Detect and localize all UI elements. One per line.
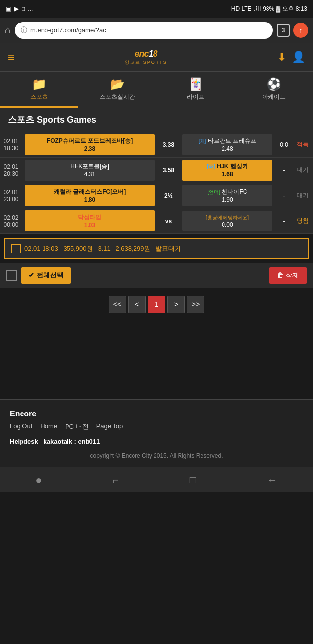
status-icon-3: □ [22,5,25,12]
footer-links: Log Out Home PC 버전 Page Top [10,422,303,431]
page-current-button[interactable]: 1 [148,296,165,313]
browser-bar: ⌂ ⓘ m.enb-got7.com/game/?ac 3 ↑ [0,18,313,43]
footer-link-home[interactable]: Home [40,422,57,431]
status-bar: ▣ ▶ □ ... HD LTE .⌇ll 98% ▓ 오후 8:13 [0,0,313,18]
url-info-icon: ⓘ [21,26,27,35]
controls-bar: ✔ 전체선택 🗑 삭제 [0,263,313,288]
game-date-2: 02.01 20:30 [0,158,22,183]
table-row: 02.01 23:00 캐럴라 글래스터스FC[오버] 1.80 2½ [언더]… [0,183,313,208]
home-team-name-3[interactable]: 캐럴라 글래스터스FC[오버] 1.80 [25,185,155,206]
logo: enc18 앙코르 SPORTS [125,49,167,66]
page-first-button[interactable]: << [109,296,126,313]
score-1: 0:0 [275,132,292,158]
status-icon-2: ▶ [14,5,19,12]
away-team-name-1[interactable]: [패] 타르칸트 프레슈프 2.48 [182,134,272,155]
game-date-4: 02.02 00:00 [0,208,22,234]
home-team-1[interactable]: FOZP슈퍼르트 포드브레조바[승] 2.38 [22,132,157,158]
game-table: 02.01 18:30 FOZP슈퍼르트 포드브레조바[승] 2.38 3.38… [0,132,313,234]
refresh-button[interactable]: ↑ [293,23,308,38]
sports-tab-icon: 📁 [32,77,46,91]
home-team-3[interactable]: 캐럴라 글래스터스FC[오버] 1.80 [22,183,157,208]
footer-link-pc[interactable]: PC 버전 [65,422,89,431]
page-last-button[interactable]: >> [187,296,204,313]
bottom-nav-back-step[interactable]: ⌐ [112,474,119,486]
home-team-name-1[interactable]: FOZP슈퍼르트 포드브레조바[승] 2.38 [25,134,155,155]
bet-datetime: 02.01 18:03 [24,245,58,252]
url-text: m.enb-got7.com/game/?ac [30,26,106,34]
status-2: 대기 [292,158,313,183]
status-time: 오후 8:13 [282,5,307,13]
middle-odds-2: 3.58 [157,158,179,183]
select-all-button[interactable]: ✔ 전체선택 [21,267,71,284]
page-next-button[interactable]: > [167,296,185,313]
select-all-checkbox[interactable] [6,270,17,281]
footer-helpdesk-label: Helpdesk [10,438,38,445]
score-3: - [275,183,292,208]
select-all-area: ✔ 전체선택 [6,267,71,284]
tab-sports[interactable]: 📁 스포츠 [0,72,78,108]
bottom-nav-home[interactable]: □ [190,474,196,486]
delete-button[interactable]: 🗑 삭제 [269,267,307,284]
table-row: 02.01 20:30 HFK포트볼[승] 4.31 3.58 [패] HJK … [0,158,313,183]
away-tag-1: [패] [199,138,206,144]
bottom-nav-dot[interactable]: ● [35,474,42,486]
away-team-2[interactable]: [패] HJK 헬싱키 1.68 [179,158,275,183]
status-right-info: HD LTE .⌇ll 98% ▓ 오후 8:13 [231,5,307,13]
user-icon[interactable]: 👤 [292,51,305,64]
bet-checkbox[interactable] [11,244,21,253]
app-header: ≡ enc18 앙코르 SPORTS ⬇ 👤 [0,43,313,72]
tab-sports-live[interactable]: 📂 스포츠실시간 [78,72,156,108]
page-prev-button[interactable]: < [128,296,146,313]
bet-info: 02.01 18:03 355,900원 3.11 2,638,299원 발표대… [24,244,302,253]
footer: Encore Log Out Home PC 버전 Page Top Helpd… [0,399,313,467]
bet-slip: 02.01 18:03 355,900원 3.11 2,638,299원 발표대… [4,238,309,259]
away-team-name-4[interactable]: [홍당에 베팅하세요] 0.00 [182,211,272,231]
hamburger-menu-icon[interactable]: ≡ [8,50,15,64]
away-tag-3: [언더] [208,189,221,195]
pagination: << < 1 > >> [0,288,313,321]
page-title: 스포츠 Sports Games [8,115,96,125]
bottom-nav-back[interactable]: ← [267,474,278,486]
home-team-name-4[interactable]: 닥성타임 1.03 [25,210,155,231]
sports-tab-label: 스포츠 [30,93,48,101]
tab-arcade[interactable]: ⚽ 아케이드 [235,72,313,108]
middle-odds-1: 3.38 [157,132,179,158]
footer-link-logout[interactable]: Log Out [10,422,32,431]
away-team-1[interactable]: [패] 타르칸트 프레슈프 2.48 [179,132,275,158]
sports-live-tab-icon: 📂 [110,77,125,91]
logo-sub-text: 앙코르 SPORTS [125,59,167,66]
game-date-1: 02.01 18:30 [0,132,22,158]
bet-amount: 355,900원 [64,245,93,252]
status-3: 대기 [292,183,313,208]
away-team-4[interactable]: [홍당에 베팅하세요] 0.00 [179,208,275,234]
away-tag-2: [패] [207,164,215,169]
status-dots: ... [28,5,33,12]
tab-live[interactable]: 🃏 라이브 [156,72,235,108]
page-title-bar: 스포츠 Sports Games [0,108,313,132]
status-4: 당첨 [292,208,313,234]
tab-count[interactable]: 3 [277,24,290,37]
home-team-name-2[interactable]: HFK포트볼[승] 4.31 [25,160,155,181]
footer-helpdesk-value: kakaotalk : enb011 [44,438,100,445]
middle-odds-4: vs [157,208,179,234]
status-signal: .⌇ll [254,5,261,12]
header-icons: ⬇ 👤 [277,51,305,64]
status-left-icons: ▣ ▶ □ ... [6,5,33,12]
download-icon[interactable]: ⬇ [277,51,286,64]
url-bar[interactable]: ⓘ m.enb-got7.com/game/?ac [15,22,273,39]
status-1: 적득 [292,132,313,158]
home-team-2[interactable]: HFK포트볼[승] 4.31 [22,158,157,183]
table-row: 02.02 00:00 닥성타임 1.03 vs [홍당에 베팅하세요] 0.0… [0,208,313,234]
away-team-name-3[interactable]: [언더] 첸나이FC 1.90 [182,185,272,206]
footer-link-top[interactable]: Page Top [96,422,123,431]
logo-main-text: enc18 [134,49,157,59]
away-team-name-2[interactable]: [패] HJK 헬싱키 1.68 [182,160,272,181]
footer-helpdesk: Helpdesk kakaotalk : enb011 [10,438,303,445]
home-icon[interactable]: ⌂ [5,24,11,36]
game-date-3: 02.01 23:00 [0,183,22,208]
home-team-4[interactable]: 닥성타임 1.03 [22,208,157,234]
score-4: - [275,208,292,234]
away-team-3[interactable]: [언더] 첸나이FC 1.90 [179,183,275,208]
bet-status: 발표대기 [156,245,181,252]
bet-multiplier: 3.11 [98,245,110,252]
